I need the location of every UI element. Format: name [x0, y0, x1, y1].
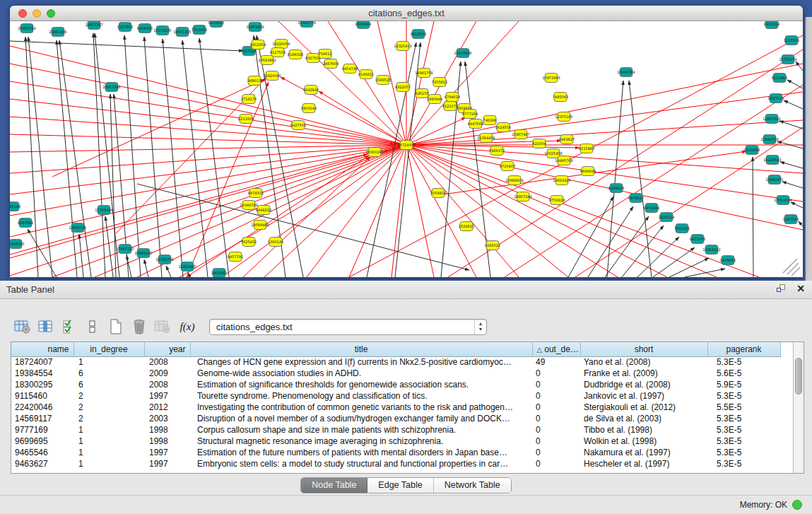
graph-node[interactable]: 7513004 [192, 25, 207, 35]
graph-node[interactable]: 9115460 [579, 144, 594, 153]
graph-edge[interactable] [791, 202, 803, 208]
graph-node[interactable]: 6794028 [445, 93, 460, 102]
float-panel-icon[interactable] [777, 284, 787, 293]
graph-node[interactable]: 16648784 [617, 68, 635, 77]
graph-node[interactable]: 17957225 [116, 245, 134, 254]
graph-node[interactable]: 8313014 [764, 21, 779, 29]
graph-node[interactable]: 1058454 [430, 189, 446, 198]
resize-grip-icon[interactable] [783, 259, 797, 273]
memory-ok-indicator-icon[interactable] [792, 500, 802, 510]
column-header-out_de[interactable]: △out_de… [532, 342, 580, 356]
graph-edge[interactable] [406, 145, 667, 277]
graph-node[interactable]: 12375185 [555, 112, 572, 122]
graph-node[interactable]: 989013 [247, 76, 261, 86]
graph-node[interactable]: 20055724 [18, 24, 35, 33]
graph-edge[interactable] [144, 37, 162, 277]
graph-edge[interactable] [505, 85, 803, 277]
function-builder-icon[interactable]: f(x) [174, 321, 201, 333]
graph-node[interactable]: 1910685 [211, 269, 227, 278]
graph-node[interactable]: 1145194 [10, 202, 20, 211]
graph-edge[interactable] [392, 145, 406, 277]
graph-node[interactable]: 9463627 [559, 135, 575, 144]
graph-edge[interactable] [629, 81, 652, 277]
graph-node[interactable]: 8813054 [411, 30, 426, 39]
tab-network-table[interactable]: Network Table [434, 478, 511, 493]
graph-node[interactable]: 16053809 [246, 23, 264, 32]
graph-edge[interactable] [799, 221, 803, 226]
graph-node[interactable]: 10312779 [298, 21, 315, 28]
graph-node[interactable]: 18226058 [272, 40, 290, 49]
graph-edge[interactable] [406, 145, 803, 201]
graph-node[interactable]: 8215958 [744, 146, 760, 155]
graph-edge[interactable] [406, 145, 759, 277]
graph-edge[interactable] [395, 42, 420, 277]
create-table-icon[interactable] [104, 315, 127, 338]
graph-node[interactable]: 9474444 [644, 204, 659, 213]
table-row[interactable]: 911546021997Tourette syndrome. Phenomeno… [11, 390, 780, 402]
graph-node[interactable]: 7625402 [241, 238, 257, 247]
graph-node[interactable]: 15692971 [765, 175, 783, 185]
graph-node[interactable]: 10688609 [505, 176, 523, 185]
graph-edge[interactable] [406, 145, 476, 277]
graph-node[interactable]: 9242848 [303, 86, 319, 95]
graph-edge[interactable] [10, 145, 406, 258]
graph-node[interactable]: 9777169 [462, 110, 478, 119]
graph-node[interactable]: 1588520 [375, 76, 391, 85]
graph-edge[interactable] [319, 91, 406, 145]
graph-edge[interactable] [126, 255, 131, 277]
column-header-short[interactable]: short [580, 342, 707, 356]
graph-node[interactable]: 8186328 [288, 50, 303, 59]
graph-node[interactable]: 16210643 [763, 156, 781, 165]
graph-node[interactable]: 9245652 [720, 256, 736, 265]
graph-edge[interactable] [124, 35, 141, 277]
graph-edge[interactable] [10, 134, 406, 145]
column-header-year[interactable]: year [144, 342, 190, 356]
network-window-titlebar[interactable]: citations_edges.txt [10, 6, 803, 21]
table-row[interactable]: 946362711997Embryonic stem cells: a mode… [11, 458, 780, 469]
graph-node[interactable]: 1117306 [784, 36, 799, 45]
tab-node-table[interactable]: Node Table [301, 478, 367, 493]
row-height-icon[interactable] [81, 315, 104, 338]
graph-node[interactable]: 20053346 [102, 83, 120, 92]
graph-node[interactable]: 1524815 [459, 222, 474, 231]
select-rows-icon[interactable] [57, 315, 81, 338]
graph-node[interactable]: 6466160 [137, 24, 153, 33]
graph-node[interactable]: 2803144 [301, 104, 317, 113]
graph-node[interactable]: 8912954 [250, 40, 266, 49]
graph-node[interactable]: 12093832 [763, 115, 780, 124]
graph-node[interactable]: 20691406 [49, 28, 66, 37]
graph-edge[interactable] [753, 157, 753, 277]
graph-edge[interactable] [784, 100, 803, 109]
graph-node[interactable]: 18807249 [514, 192, 531, 201]
graph-edge[interactable] [10, 41, 243, 51]
graph-node[interactable]: 19218596 [454, 49, 471, 58]
table-row[interactable]: 2242004622012Investigating the contribut… [11, 402, 780, 413]
graph-node[interactable]: 16671355 [173, 28, 191, 37]
graph-edge[interactable] [780, 162, 803, 168]
network-view-canvas[interactable]: 1872400718300295200557242069140610653267… [10, 21, 803, 277]
graph-node[interactable]: 8427552 [290, 121, 306, 130]
column-header-pagerank[interactable]: pagerank [707, 342, 780, 356]
graph-node[interactable]: 1990448 [427, 95, 442, 104]
graph-edge[interactable] [588, 206, 633, 277]
graph-node[interactable]: 9245022 [485, 241, 500, 250]
graph-node[interactable]: 621604 [532, 139, 546, 148]
graph-node[interactable]: 15751074 [779, 55, 796, 64]
graph-node[interactable]: 9699695 [580, 167, 596, 176]
graph-node[interactable]: 17016504 [774, 196, 792, 205]
graph-node[interactable]: 9146821 [358, 70, 374, 79]
graph-edge[interactable] [59, 40, 91, 277]
graph-edge[interactable] [10, 64, 406, 145]
graph-node[interactable]: 8131015 [208, 21, 224, 28]
graph-edge[interactable] [607, 81, 623, 277]
graph-edge[interactable] [575, 127, 803, 277]
graph-node[interactable]: 12923485 [178, 262, 196, 271]
table-row[interactable]: 1872400712008Changes of HCN gene express… [11, 356, 780, 368]
graph-node[interactable]: 7485063 [553, 93, 568, 102]
graph-node[interactable]: 10958107 [134, 249, 152, 258]
graph-edge[interactable] [243, 157, 370, 277]
table-row[interactable]: 946554611997Estimation of the future num… [11, 447, 780, 458]
table-row[interactable]: 969969511998Structural magnetic resonanc… [11, 436, 780, 447]
graph-edge[interactable] [779, 121, 803, 129]
graph-edge[interactable] [406, 145, 803, 173]
